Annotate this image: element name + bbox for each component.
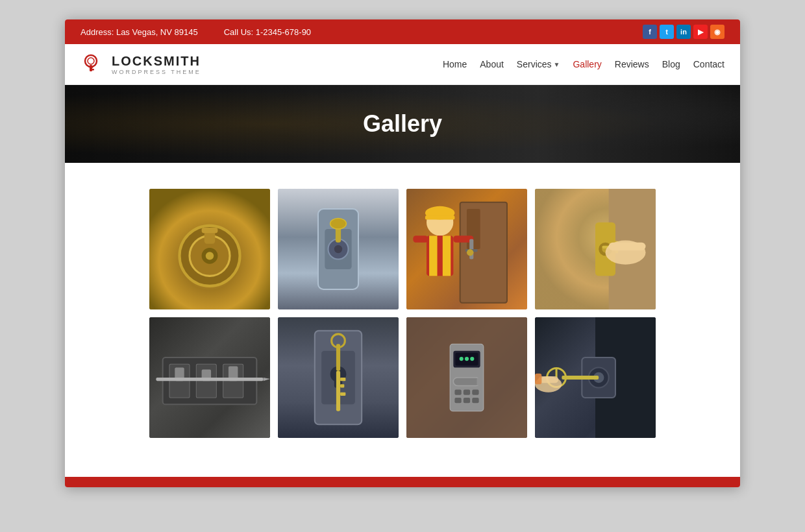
gallery-thumb-2 <box>278 189 399 309</box>
nav-about[interactable]: About <box>480 59 504 69</box>
svg-point-18 <box>330 218 347 229</box>
gallery-thumb-7 <box>406 317 527 438</box>
youtube-icon[interactable]: ▶ <box>693 25 708 39</box>
logo-title: LOCKSMITH <box>112 54 201 69</box>
svg-point-1 <box>88 58 94 64</box>
site-header: LOCKSMITH WORDPRESS THEME Home About Ser… <box>65 44 740 85</box>
svg-rect-4 <box>90 67 93 68</box>
address-text: Address: Las Vegas, NV 89145 <box>80 27 198 37</box>
gallery-grid <box>149 189 656 438</box>
gallery-thumb-1 <box>149 189 270 309</box>
gallery-item-2[interactable] <box>278 189 399 309</box>
services-dropdown-arrow: ▼ <box>554 61 560 68</box>
hero-banner: Gallery <box>65 85 740 163</box>
svg-rect-90 <box>535 374 541 385</box>
gallery-item-7[interactable] <box>406 317 527 438</box>
nav-gallery[interactable]: Gallery <box>573 59 601 69</box>
nav-reviews[interactable]: Reviews <box>615 59 649 69</box>
linkedin-icon[interactable]: in <box>676 25 691 39</box>
gallery-item-1[interactable] <box>149 189 270 309</box>
browser-window: Address: Las Vegas, NV 89145 Call Us: 1-… <box>65 19 740 487</box>
svg-rect-21 <box>467 209 480 249</box>
svg-point-32 <box>467 249 473 256</box>
top-bar-left: Address: Las Vegas, NV 89145 Call Us: 1-… <box>80 27 311 37</box>
logo[interactable]: LOCKSMITH WORDPRESS THEME <box>80 52 201 77</box>
gallery-thumb-3 <box>406 189 527 309</box>
social-links: f t in ▶ ◉ <box>643 25 724 39</box>
gallery-section <box>65 163 740 477</box>
gallery-thumb-8 <box>535 317 656 438</box>
svg-rect-79 <box>472 398 478 403</box>
gallery-thumb-5 <box>149 317 270 438</box>
svg-rect-73 <box>477 378 482 385</box>
svg-rect-74 <box>454 390 461 395</box>
gallery-item-5[interactable] <box>149 317 270 438</box>
gallery-item-8[interactable] <box>535 317 656 438</box>
twitter-icon[interactable]: t <box>660 25 674 39</box>
svg-point-70 <box>465 357 469 361</box>
gallery-item-4[interactable] <box>535 189 656 309</box>
footer-bar <box>65 477 740 487</box>
svg-rect-60 <box>336 371 340 411</box>
svg-rect-62 <box>340 384 344 387</box>
svg-rect-3 <box>90 69 94 71</box>
svg-rect-24 <box>425 215 454 219</box>
main-nav: Home About Services ▼ Gallery Reviews Bl… <box>443 59 724 69</box>
svg-rect-42 <box>609 243 646 250</box>
svg-rect-76 <box>472 390 478 395</box>
svg-rect-75 <box>464 390 470 395</box>
logo-text: LOCKSMITH WORDPRESS THEME <box>112 54 201 75</box>
logo-subtitle: WORDPRESS THEME <box>112 69 201 75</box>
nav-home[interactable]: Home <box>443 59 467 69</box>
svg-rect-61 <box>340 378 345 381</box>
gallery-item-6[interactable] <box>278 317 399 438</box>
svg-rect-78 <box>464 398 470 403</box>
svg-rect-63 <box>340 393 345 396</box>
svg-rect-51 <box>156 378 263 381</box>
gallery-item-3[interactable] <box>406 189 527 309</box>
svg-rect-59 <box>336 344 340 370</box>
hero-title: Gallery <box>363 110 442 138</box>
logo-icon <box>80 52 105 77</box>
svg-rect-11 <box>202 228 218 233</box>
svg-rect-77 <box>454 398 461 403</box>
svg-rect-26 <box>429 236 437 276</box>
phone-text: Call Us: 1-2345-678-90 <box>224 27 311 37</box>
gallery-thumb-6 <box>278 317 399 438</box>
svg-rect-28 <box>413 236 428 242</box>
svg-point-69 <box>460 357 464 361</box>
svg-rect-85 <box>562 376 599 380</box>
nav-blog[interactable]: Blog <box>662 59 680 69</box>
svg-point-71 <box>470 357 474 361</box>
svg-rect-72 <box>453 378 480 385</box>
gallery-thumb-4 <box>535 189 656 309</box>
svg-point-16 <box>334 245 342 253</box>
nav-contact[interactable]: Contact <box>693 59 724 69</box>
facebook-icon[interactable]: f <box>643 25 657 39</box>
svg-rect-27 <box>443 236 451 276</box>
top-bar: Address: Las Vegas, NV 89145 Call Us: 1-… <box>65 19 740 44</box>
rss-icon[interactable]: ◉ <box>710 25 724 39</box>
svg-point-9 <box>206 252 214 260</box>
nav-services[interactable]: Services ▼ <box>517 59 560 69</box>
